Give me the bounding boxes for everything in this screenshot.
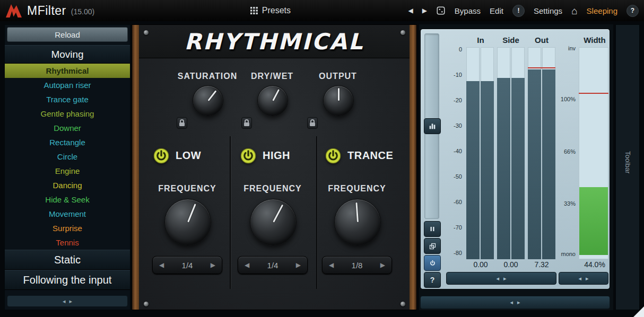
low-rate-stepper[interactable]: ◀ 1/4 ▶ bbox=[152, 256, 222, 274]
pause-icon bbox=[429, 225, 436, 233]
meter-column-out: Out bbox=[535, 36, 549, 45]
trance-rate-stepper[interactable]: ◀ 1/8 ▶ bbox=[322, 256, 392, 274]
preset-item-movement[interactable]: Movement bbox=[5, 207, 130, 221]
popup-window-button[interactable] bbox=[424, 238, 441, 254]
saturation-lock-button[interactable] bbox=[177, 117, 187, 129]
stepper-prev-icon[interactable]: ◀ bbox=[159, 261, 164, 269]
scroll-right-icon[interactable]: ▸ bbox=[517, 299, 520, 306]
meter-region: ? In Side Out Width 0 -10 -20 -30 -40 -5… bbox=[419, 24, 613, 310]
toolbar-label[interactable]: Toolbar bbox=[624, 151, 632, 174]
presets-grid-icon bbox=[250, 7, 258, 14]
scroll-left-icon[interactable]: ◂ bbox=[578, 275, 581, 282]
screw-icon bbox=[144, 302, 149, 306]
meter-region-scrollbar[interactable]: ◂ ▸ bbox=[420, 296, 610, 309]
width-scale-100: 100% bbox=[561, 96, 576, 102]
stepper-prev-icon[interactable]: ◀ bbox=[329, 261, 334, 269]
preset-item-autopan-riser[interactable]: Autopan riser bbox=[5, 78, 130, 92]
scroll-right-icon[interactable]: ▸ bbox=[69, 298, 73, 305]
low-rate-value[interactable]: 1/4 bbox=[182, 261, 193, 270]
preset-item-engine[interactable]: Engine bbox=[5, 164, 130, 178]
trance-power-button[interactable] bbox=[325, 148, 341, 164]
scroll-right-icon[interactable]: ▸ bbox=[586, 275, 589, 282]
preset-item-tennis[interactable]: Tennis bbox=[5, 235, 130, 250]
db-scale-tick: -80 bbox=[454, 250, 462, 256]
home-icon[interactable]: ⌂ bbox=[571, 6, 577, 16]
meter-fill bbox=[497, 78, 510, 259]
scroll-left-icon[interactable]: ◂ bbox=[63, 298, 66, 305]
low-power-button[interactable] bbox=[153, 148, 169, 164]
toolbar-strip[interactable]: Toolbar bbox=[615, 24, 640, 310]
preset-item-rhythmical[interactable]: Rhythmical bbox=[5, 64, 130, 78]
random-preset-dice-icon[interactable] bbox=[436, 6, 446, 15]
stepper-next-icon[interactable]: ▶ bbox=[380, 261, 385, 269]
help-button[interactable]: ? bbox=[626, 5, 639, 17]
band-divider bbox=[316, 136, 317, 289]
high-rate-stepper[interactable]: ◀ 1/4 ▶ bbox=[238, 256, 308, 274]
drywet-lock-button[interactable] bbox=[241, 117, 252, 129]
meter-fill bbox=[542, 69, 555, 259]
stepper-prev-icon[interactable]: ◀ bbox=[245, 261, 249, 269]
presets-button[interactable]: Presets bbox=[250, 6, 291, 15]
settings-button[interactable]: Settings bbox=[534, 6, 562, 15]
drywet-knob[interactable] bbox=[257, 85, 288, 116]
preset-item-circle[interactable]: Circle bbox=[5, 149, 130, 164]
preset-item-hide-and-seek[interactable]: Hide & Seek bbox=[5, 192, 130, 207]
width-peak-marker bbox=[579, 93, 608, 94]
meters-power-button[interactable] bbox=[424, 255, 441, 271]
scroll-left-icon[interactable]: ◂ bbox=[510, 299, 513, 306]
alert-button[interactable]: ! bbox=[512, 5, 525, 17]
meter-help-button[interactable]: ? bbox=[424, 272, 441, 288]
high-rate-value[interactable]: 1/4 bbox=[267, 261, 279, 270]
output-lock-button[interactable] bbox=[307, 117, 318, 129]
melda-logo-icon[interactable] bbox=[5, 3, 22, 18]
high-frequency-knob[interactable] bbox=[250, 199, 297, 245]
screw-icon bbox=[401, 302, 405, 306]
bypass-button[interactable]: Bypass bbox=[455, 6, 481, 15]
trance-frequency-knob[interactable] bbox=[334, 199, 381, 245]
scroll-right-icon[interactable]: ▸ bbox=[503, 275, 507, 282]
meters-scrollbar[interactable]: ◂ ▸ bbox=[446, 272, 556, 285]
width-scale-inv: inv bbox=[568, 45, 576, 51]
stepper-next-icon[interactable]: ▶ bbox=[211, 261, 215, 269]
online-status[interactable]: Sleeping bbox=[587, 6, 617, 15]
preset-item-downer[interactable]: Downer bbox=[5, 121, 130, 135]
meter-column-width: Width bbox=[584, 36, 606, 45]
category-moving[interactable]: Moving bbox=[5, 45, 130, 64]
meter-fill bbox=[466, 81, 480, 259]
db-scale-tick: 0 bbox=[459, 46, 462, 52]
preset-edit-panel: RHYTHMICAL SATURATION DRY/WET OUTPUT bbox=[132, 24, 417, 310]
preset-item-trance-gate[interactable]: Trance gate bbox=[5, 92, 130, 107]
low-frequency-knob[interactable] bbox=[164, 199, 211, 245]
saturation-knob[interactable] bbox=[193, 85, 223, 116]
trance-rate-value[interactable]: 1/8 bbox=[352, 261, 363, 270]
resize-handle[interactable] bbox=[633, 306, 644, 317]
pause-button[interactable] bbox=[424, 221, 441, 237]
category-following-the-input[interactable]: Following the input bbox=[5, 270, 130, 290]
power-icon bbox=[429, 259, 437, 267]
preset-item-surprise[interactable]: Surprise bbox=[5, 221, 130, 235]
lock-icon bbox=[310, 122, 315, 126]
scroll-left-icon[interactable]: ◂ bbox=[496, 275, 499, 282]
reload-button[interactable]: Reload bbox=[7, 27, 128, 42]
meter-bar bbox=[497, 47, 510, 259]
help-icon: ? bbox=[430, 276, 435, 284]
next-preset-button[interactable]: ▶ bbox=[422, 7, 427, 14]
preset-item-gentle-phasing[interactable]: Gentle phasing bbox=[5, 107, 130, 121]
titlebar-center: Presets bbox=[250, 0, 291, 21]
db-scale-tick: -40 bbox=[454, 148, 462, 154]
preset-item-dancing[interactable]: Dancing bbox=[5, 178, 130, 192]
prev-preset-button[interactable]: ◀ bbox=[408, 7, 413, 14]
category-static[interactable]: Static bbox=[5, 250, 130, 270]
high-power-button[interactable] bbox=[240, 148, 256, 164]
meter-mode-button[interactable] bbox=[424, 118, 441, 134]
band-low-label: LOW bbox=[176, 149, 201, 162]
sidebar-scrollbar[interactable]: ◂ ▸ bbox=[7, 295, 128, 307]
width-scrollbar[interactable]: ◂ ▸ bbox=[559, 272, 608, 285]
stepper-next-icon[interactable]: ▶ bbox=[296, 261, 301, 269]
output-knob[interactable] bbox=[323, 85, 354, 116]
edit-button[interactable]: Edit bbox=[490, 6, 503, 15]
width-readout: 44.0% bbox=[584, 260, 605, 269]
preset-item-rectangle[interactable]: Rectangle bbox=[5, 135, 130, 149]
overlapping-windows-icon bbox=[429, 242, 437, 250]
knob-pointer bbox=[187, 204, 196, 222]
